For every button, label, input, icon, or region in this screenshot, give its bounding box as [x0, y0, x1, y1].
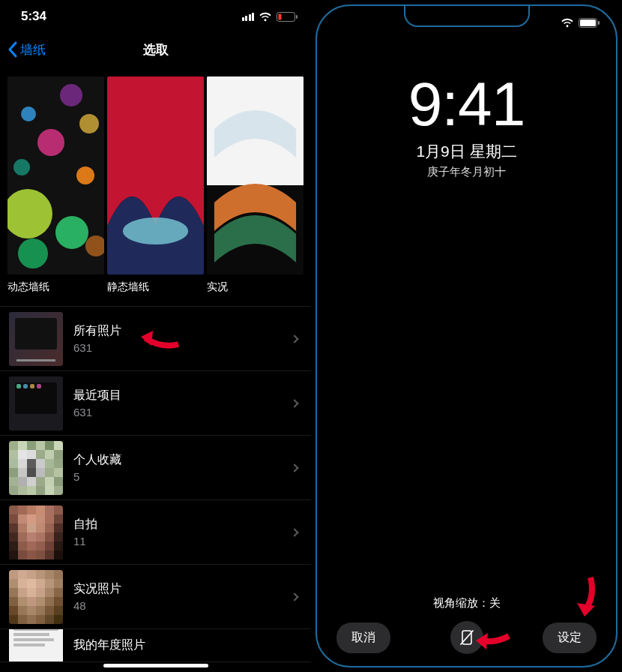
notch	[404, 6, 530, 27]
cancel-button[interactable]: 取消	[336, 622, 390, 653]
perspective-off-icon	[459, 629, 475, 646]
album-title: 实况照片	[73, 581, 292, 597]
perspective-zoom-label: 视角缩放：关	[433, 596, 501, 610]
preview-button-row: 取消 设定	[317, 621, 616, 654]
chevron-right-icon	[290, 334, 298, 343]
album-partial[interactable]: 我的年度照片	[0, 629, 311, 662]
album-live-photos[interactable]: 实况照片 48	[0, 565, 311, 629]
album-title: 我的年度照片	[73, 638, 302, 653]
album-thumb	[9, 312, 63, 366]
lock-lunar-date: 庚子年冬月初十	[427, 165, 506, 179]
perspective-toggle-button[interactable]	[450, 621, 483, 654]
chevron-right-icon	[290, 464, 298, 472]
svg-rect-8	[598, 21, 600, 25]
dynamic-thumb	[7, 76, 104, 274]
chevron-right-icon	[290, 399, 298, 407]
chevron-right-icon	[290, 592, 298, 601]
chevron-right-icon	[290, 528, 298, 536]
album-count: 631	[73, 341, 292, 354]
album-title: 最近项目	[73, 388, 292, 404]
status-indicators	[242, 12, 298, 22]
set-button[interactable]: 设定	[543, 622, 597, 653]
svg-point-3	[123, 218, 188, 244]
album-count: 5	[73, 470, 292, 483]
wallpaper-cat-dynamic[interactable]: 动态墙纸	[7, 76, 104, 294]
svg-rect-2	[296, 15, 298, 19]
status-bar: 5:34	[0, 0, 311, 33]
wallpaper-categories: 动态墙纸 静态墙纸 实况	[0, 66, 311, 297]
back-button[interactable]: 墙纸	[7, 41, 46, 58]
album-thumb	[9, 441, 63, 495]
svg-rect-1	[279, 14, 282, 20]
back-label: 墙纸	[20, 41, 46, 58]
nav-bar: 墙纸 选取	[0, 33, 311, 66]
page-title: 选取	[0, 41, 311, 58]
static-thumb	[107, 76, 204, 274]
wallpaper-cat-label: 实况	[207, 280, 304, 294]
lock-date: 1月9日 星期二	[416, 141, 516, 162]
status-time: 5:34	[21, 9, 46, 24]
album-count: 631	[73, 406, 292, 418]
album-title: 个人收藏	[73, 452, 292, 468]
wallpaper-cat-label: 动态墙纸	[7, 280, 104, 294]
wallpaper-cat-label: 静态墙纸	[107, 280, 204, 294]
wallpaper-choose-screen: 5:34 墙纸 选取	[0, 0, 311, 672]
album-thumb	[9, 629, 63, 662]
wallpaper-cat-live[interactable]: 实况	[207, 76, 304, 294]
wallpaper-cat-static[interactable]: 静态墙纸	[107, 76, 204, 294]
wallpaper-preview-screen: 9:41 1月9日 星期二 庚子年冬月初十 视角缩放：关 取消 设定	[311, 0, 622, 672]
lock-time: 9:41	[408, 74, 525, 135]
lock-screen-info: 9:41 1月9日 星期二 庚子年冬月初十	[317, 74, 616, 179]
album-all-photos[interactable]: 所有照片 631	[0, 307, 311, 371]
album-favorites[interactable]: 个人收藏 5	[0, 436, 311, 500]
album-thumb	[9, 570, 63, 624]
chevron-left-icon	[7, 41, 17, 58]
wifi-icon	[259, 12, 272, 22]
svg-rect-7	[580, 20, 596, 26]
preview-controls: 视角缩放：关 取消 设定	[317, 596, 616, 654]
album-thumb	[9, 376, 63, 430]
album-selfies[interactable]: 自拍 11	[0, 500, 311, 565]
album-title: 自拍	[73, 517, 292, 532]
battery-low-icon	[277, 12, 298, 22]
album-thumb	[9, 506, 63, 560]
wifi-icon	[561, 17, 574, 30]
device-frame: 9:41 1月9日 星期二 庚子年冬月初十 视角缩放：关 取消 设定	[315, 4, 618, 668]
album-list: 所有照片 631 最近项目 631	[0, 306, 311, 662]
status-indicators	[561, 17, 600, 30]
album-count: 48	[73, 599, 292, 612]
battery-icon	[579, 17, 600, 30]
live-thumb	[207, 76, 304, 274]
album-title: 所有照片	[73, 323, 292, 339]
home-indicator[interactable]	[103, 664, 208, 668]
album-recents[interactable]: 最近项目 631	[0, 371, 311, 436]
album-count: 11	[73, 535, 292, 548]
cellular-icon	[242, 13, 255, 21]
